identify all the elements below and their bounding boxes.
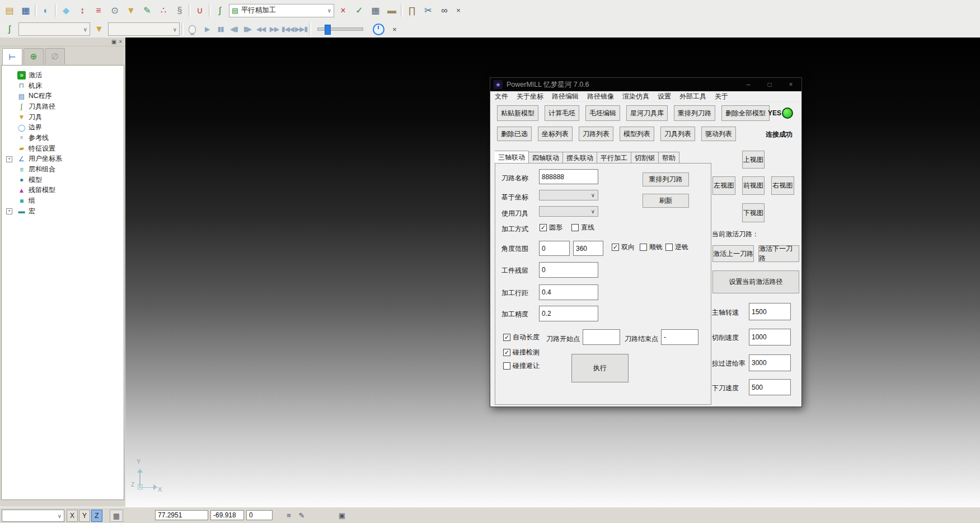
minimize-button[interactable]: –	[738, 78, 759, 91]
xinghe-tool-library-button[interactable]: 星河刀具库	[626, 105, 668, 121]
axis-x-button[interactable]: X	[67, 510, 78, 522]
conventional-mill-checkbox[interactable]: 逆铣	[665, 242, 688, 252]
coordinate-z-field[interactable]: 0	[246, 510, 273, 520]
bottom-view-button[interactable]: 下视图	[742, 203, 765, 222]
menu-about-coord[interactable]: 关于坐标	[517, 92, 543, 101]
toolpath-start-input[interactable]	[583, 329, 620, 345]
menu-render-sim[interactable]: 渲染仿真	[622, 92, 649, 101]
toolpath-name-input[interactable]: 888888	[539, 169, 598, 184]
collision-avoid-checkbox[interactable]: 碰撞避让	[503, 361, 540, 371]
slider-handle[interactable]	[325, 25, 331, 35]
tree-item-workplane[interactable]: + ∠ 用户坐标系	[5, 154, 124, 165]
model-list-button[interactable]: 模型列表	[620, 127, 654, 141]
bidirectional-checkbox[interactable]: 双向	[612, 242, 635, 252]
tree-item-tool[interactable]: + ▼ 刀具	[5, 112, 124, 123]
toolbar-close-icon[interactable]: ×	[390, 24, 400, 34]
menu-settings[interactable]: 设置	[658, 92, 671, 101]
globe-tab[interactable]: ⊕	[24, 48, 44, 64]
menu-file[interactable]: 文件	[495, 92, 508, 101]
cutter-icon[interactable]: ✂	[421, 3, 435, 18]
tree-item-machine[interactable]: + ⊓ 机床	[5, 81, 124, 91]
strategy-combo[interactable]: ▤ 平行精加工 ∨	[229, 4, 334, 17]
activate-prev-toolpath-button[interactable]: 激活上一刀路	[712, 245, 754, 262]
trash-tab[interactable]: ∅	[45, 48, 65, 64]
delete-all-models-button[interactable]: 删除全部模型	[721, 105, 770, 121]
ruler-icon[interactable]: ▬	[385, 3, 399, 18]
rapid-heights-icon[interactable]: ↕	[75, 3, 90, 18]
chevron-down-icon[interactable]: ∨	[591, 208, 598, 214]
panel-close-icon[interactable]: ×	[119, 39, 122, 45]
grid-icon[interactable]: ▦	[110, 510, 123, 522]
rearrange-toolpath-form-button[interactable]: 重排列刀路	[643, 172, 689, 186]
toolbar-separator[interactable]	[401, 4, 403, 17]
chevron-down-icon[interactable]: ∨	[591, 192, 598, 198]
lightbulb-icon[interactable]	[189, 25, 196, 34]
tree-item-nc-program[interactable]: + ▤ NC程序	[5, 91, 124, 101]
tree-item-stock-model[interactable]: + ▲ 残留模型	[5, 185, 124, 196]
cutting-feed-input[interactable]: 1000	[749, 329, 791, 345]
status-combo[interactable]: ∨	[2, 510, 64, 522]
maximize-button[interactable]: □	[759, 78, 780, 91]
undercut-icon[interactable]: ∪	[193, 3, 207, 18]
leads-links-icon[interactable]: ✎	[140, 3, 154, 18]
toolbar-separator[interactable]	[189, 4, 191, 17]
toolpath-icon[interactable]: ∫	[2, 22, 17, 36]
dialog-title-bar[interactable]: ★ PowerMILL 忆梦星河 7.0.6 – □ ×	[490, 78, 801, 91]
open-folder-icon[interactable]: ▤	[2, 3, 17, 18]
toolpath-strategy-icon[interactable]: ∫	[213, 3, 227, 18]
chevron-down-icon[interactable]: ∨	[58, 513, 64, 519]
toolbar-separator[interactable]	[209, 4, 211, 17]
toolpath-combo[interactable]: ∨	[18, 22, 90, 36]
binoculars-icon[interactable]: ∞	[437, 3, 452, 18]
clock-icon[interactable]	[373, 24, 385, 35]
chevron-down-icon[interactable]: ∨	[173, 26, 177, 32]
rearrange-toolpath-button[interactable]: 重排列刀路	[674, 105, 715, 121]
paste-new-model-button[interactable]: 粘贴新模型	[497, 105, 538, 121]
set-active-path-button[interactable]: 设置当前激活路径	[712, 270, 799, 293]
go-start-icon[interactable]: ▮◀◀	[282, 23, 294, 35]
drive-list-button[interactable]: 驱动列表	[701, 127, 736, 141]
execute-button[interactable]: 执行	[571, 354, 629, 382]
toolpath-end-input[interactable]: -	[661, 329, 698, 345]
rewind-icon[interactable]: ◀◀	[255, 23, 267, 35]
fast-forward-icon[interactable]: ▶▶	[268, 23, 280, 35]
line-checkbox[interactable]: 直线	[571, 223, 594, 232]
pot-icon[interactable]: ◐	[39, 3, 53, 18]
block-icon[interactable]: ◆	[59, 3, 73, 18]
menu-about[interactable]: 关于	[715, 92, 728, 101]
toolbar-separator[interactable]	[55, 4, 57, 17]
tolerance-input[interactable]: 0.2	[539, 306, 598, 321]
close-button[interactable]: ×	[780, 78, 801, 91]
activate-next-toolpath-button[interactable]: 激活下一刀路	[758, 245, 799, 262]
tree-item-group[interactable]: + ■ 组	[5, 195, 124, 206]
axis-z-button[interactable]: Z	[91, 510, 102, 522]
list-icon[interactable]: ≡	[283, 510, 295, 521]
points-icon[interactable]: ∴	[156, 3, 171, 18]
tools-icon[interactable]: ∏	[405, 3, 419, 18]
coordinate-x-field[interactable]: 77.2951	[155, 510, 208, 520]
compute-stock-button[interactable]: 计算毛坯	[545, 105, 579, 121]
left-view-button[interactable]: 左视图	[712, 176, 735, 195]
tree-item-feature-set[interactable]: + ▰ 特征设置	[5, 143, 124, 154]
collision-check-checkbox[interactable]: 碰撞检测	[503, 348, 540, 357]
skim-feed-input[interactable]: 3000	[749, 354, 791, 371]
menu-external-tools[interactable]: 外部工具	[679, 92, 706, 101]
tool-ball-icon[interactable]: ⊙	[107, 3, 122, 18]
spindle-speed-input[interactable]: 1500	[749, 303, 791, 320]
toolbar-close-icon[interactable]: ×	[453, 6, 463, 16]
tool-block-icon[interactable]: §	[172, 3, 187, 18]
right-view-button[interactable]: 右视图	[771, 176, 794, 195]
use-tool-combo[interactable]: ∨	[539, 206, 598, 217]
front-view-button[interactable]: 前视图	[742, 176, 765, 195]
tool-icon[interactable]: ▼	[92, 22, 106, 36]
stock-edit-button[interactable]: 毛坯编辑	[585, 105, 620, 121]
go-end-icon[interactable]: ▶▶▮	[295, 23, 307, 35]
calculator-icon[interactable]: ▦	[368, 3, 383, 18]
toolpath-list-button[interactable]: 刀路列表	[579, 127, 613, 141]
tree-item-levels[interactable]: + ≡ 层和组合	[5, 164, 124, 175]
stock-remain-input[interactable]: 0	[539, 262, 598, 278]
step-back-icon[interactable]: ◀▮	[228, 23, 240, 35]
toolbar-separator[interactable]	[35, 4, 37, 17]
pause-icon[interactable]: ▮▮	[214, 23, 227, 35]
circle-checkbox[interactable]: 圆形	[540, 223, 562, 232]
